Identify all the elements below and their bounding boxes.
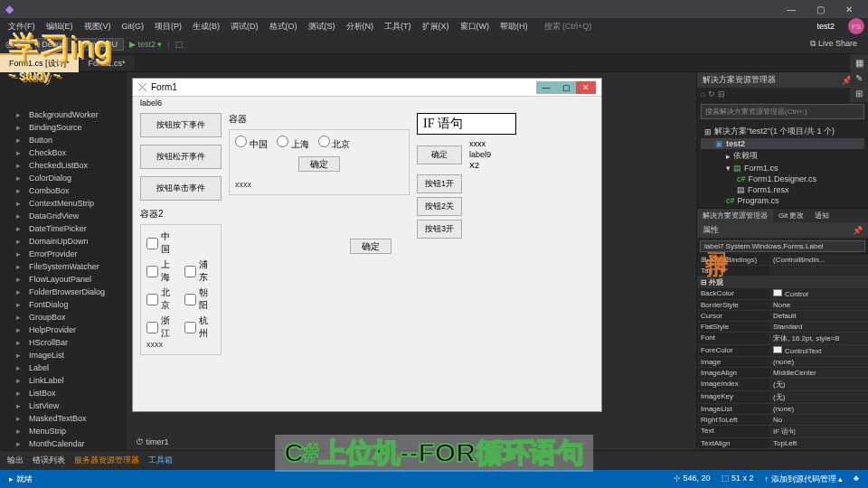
props-row[interactable]: Image(none): [697, 357, 868, 368]
btn1-on[interactable]: 按钮1开: [417, 174, 462, 193]
btn2-off[interactable]: 按钮2关: [417, 197, 462, 216]
toolbox-item[interactable]: ▸LinkLabel: [0, 374, 126, 387]
props-row[interactable]: Font宋体, 16.2pt, style=B: [697, 333, 868, 345]
menu-tools[interactable]: 工具(T): [380, 19, 416, 34]
status-source[interactable]: ↑ 添加到源代码管理 ▴: [765, 474, 844, 485]
btn-mousedown[interactable]: 按钮按下事件: [140, 113, 222, 137]
toolbox-item[interactable]: ▸BindingSource: [0, 121, 126, 134]
btn-click[interactable]: 按钮单击事件: [140, 176, 222, 201]
toolbox-item[interactable]: ▸ContextMenuStrip: [0, 197, 126, 210]
minimize-icon[interactable]: —: [778, 1, 805, 17]
props-row[interactable]: BackColorControl: [697, 288, 868, 300]
props-row[interactable]: CursorDefault: [697, 311, 868, 322]
menu-git[interactable]: Git(G): [118, 20, 149, 33]
toolbox-item[interactable]: ▸ImageList: [0, 349, 126, 361]
project-node[interactable]: ▣test2: [701, 138, 864, 149]
toolbox-item[interactable]: ▸ColorDialog: [0, 172, 126, 184]
platform-select[interactable]: Any CPU: [78, 38, 124, 51]
tab-output[interactable]: 输出: [7, 455, 24, 466]
vtool-icon[interactable]: ✎: [855, 73, 863, 83]
props-row[interactable]: ImageIndex(无): [697, 379, 868, 391]
deps-node[interactable]: ▸依赖项: [701, 149, 864, 163]
menu-project[interactable]: 项目(P): [150, 19, 186, 34]
menu-window[interactable]: 窗口(W): [456, 19, 495, 34]
props-object-select[interactable]: label7 System.Windows.Forms.Label: [700, 240, 865, 252]
config-select[interactable]: Debug: [35, 38, 72, 51]
menu-file[interactable]: 文件(F): [4, 19, 40, 34]
vtool-icon[interactable]: ⊞: [855, 89, 863, 99]
designer-file[interactable]: c#Form1.Designer.cs: [701, 174, 864, 184]
properties-grid[interactable]: label7 System.Windows.Forms.Label ⊞ (Dat…: [697, 238, 868, 450]
menu-build[interactable]: 生成(B): [188, 19, 224, 34]
menu-help[interactable]: 帮助(H): [495, 19, 533, 34]
toolbox-item[interactable]: ▸Button: [0, 134, 126, 146]
status-bell-icon[interactable]: ♣: [854, 474, 859, 485]
toolbox-item[interactable]: ▸CheckBox: [0, 146, 126, 159]
form-node[interactable]: ▾▤Form1.cs: [701, 163, 864, 174]
tab-form-cs[interactable]: Form1.cs*: [80, 56, 136, 70]
close-icon[interactable]: ✕: [835, 1, 863, 17]
menu-extensions[interactable]: 扩展(X): [418, 19, 454, 34]
toolbar-icon[interactable]: ⬚: [175, 40, 184, 49]
toolbox-item[interactable]: ▸ListBox: [0, 387, 126, 399]
toolbox-item[interactable]: ▸ComboBox: [0, 184, 126, 197]
props-row[interactable]: ImageAlignMiddleCenter: [697, 368, 868, 379]
tab-notif[interactable]: 通知: [809, 209, 835, 222]
radio-shanghai[interactable]: 上海: [277, 136, 309, 151]
solution-tree[interactable]: ⊞解决方案"test2"(1 个项目/共 1 个) ▣test2 ▸依赖项 ▾▤…: [697, 123, 868, 208]
props-row[interactable]: ForeColorControlText: [697, 345, 868, 357]
program-file[interactable]: c#Program.cs: [701, 195, 864, 206]
check-pudong[interactable]: 浦东: [184, 258, 215, 284]
maximize-icon[interactable]: ▢: [807, 1, 834, 17]
menu-analyze[interactable]: 分析(N): [342, 19, 379, 34]
props-row[interactable]: ImageKey(无): [697, 391, 868, 404]
radio-china[interactable]: 中国: [235, 136, 268, 151]
toolbox-item[interactable]: ▸FileSystemWatcher: [0, 260, 126, 273]
props-row[interactable]: BorderStyleNone: [697, 300, 868, 311]
tab-form-design[interactable]: Form1.cs [设计]*: [0, 53, 80, 72]
menu-debug[interactable]: 调试(D): [226, 19, 263, 34]
home-icon[interactable]: ⌂: [701, 89, 705, 99]
check-hangzhou[interactable]: 杭州: [184, 314, 215, 340]
collapse-icon[interactable]: ⊟: [718, 89, 725, 99]
solution-root[interactable]: ⊞解决方案"test2"(1 个项目/共 1 个): [701, 125, 864, 138]
check-chaoyang[interactable]: 朝阳: [184, 286, 215, 312]
toolbox-item[interactable]: ▸HScrollBar: [0, 336, 126, 349]
solution-search[interactable]: 搜索解决方案资源管理器(Ctrl+;): [701, 104, 864, 119]
toolbox-item[interactable]: ▸Label: [0, 361, 126, 374]
tab-errors[interactable]: 错误列表: [33, 455, 65, 466]
props-row[interactable]: TextIF 语句: [697, 426, 868, 438]
toolbox-item[interactable]: ▸DataGridView: [0, 210, 126, 222]
search-box[interactable]: 搜索 (Ctrl+Q): [540, 19, 597, 34]
toolbox-item[interactable]: ▸CheckedListBox: [0, 159, 126, 172]
check-china2[interactable]: 中国: [146, 230, 177, 256]
refresh-icon[interactable]: ↻: [708, 89, 715, 99]
menu-format[interactable]: 格式(O): [265, 19, 302, 34]
run-button[interactable]: ▶ test2 ▾: [129, 40, 163, 49]
toolbox-item[interactable]: ▸MaskedTextBox: [0, 412, 126, 425]
toolbox-item[interactable]: ▸DateTimePicker: [0, 222, 126, 235]
props-row[interactable]: ImageList(none): [697, 404, 868, 415]
vtool-icon[interactable]: ▦: [855, 58, 863, 68]
check-zhejiang[interactable]: 浙江: [146, 314, 177, 340]
props-row[interactable]: FlatStyleStandard: [697, 322, 868, 333]
btn-mouseup[interactable]: 按钮松开事件: [140, 145, 222, 169]
timer-component[interactable]: ⏱ timer1: [136, 437, 169, 446]
props-row[interactable]: RightToLeftNo: [697, 415, 868, 426]
toolbox-item[interactable]: ▸BackgroundWorker: [0, 108, 126, 121]
form1-window[interactable]: 🞨 Form1 — ▢ ✕ label6 按钮按下事件 按钮松开事件 按钮单击事…: [132, 78, 602, 412]
nav-fwd-icon[interactable]: ▸: [18, 40, 23, 49]
props-row[interactable]: TextAlignTopLeft: [697, 438, 868, 449]
tab-toolbox[interactable]: 工具箱: [148, 455, 173, 466]
btn-confirm-r[interactable]: 确定: [417, 145, 462, 164]
user-avatar[interactable]: FS: [848, 18, 864, 34]
toolbox-item[interactable]: ▸HelpProvider: [0, 324, 126, 336]
toolbox-item[interactable]: ▸ErrorProvider: [0, 248, 126, 260]
toolbox-item[interactable]: ▸FolderBrowserDialog: [0, 286, 126, 298]
toolbox-item[interactable]: ▸ListView: [0, 399, 126, 412]
toolbox-item[interactable]: ▸MonthCalendar: [0, 437, 126, 450]
nav-back-icon[interactable]: ◎: [5, 40, 13, 49]
props-pin-icon[interactable]: 📌: [853, 226, 863, 235]
menu-test[interactable]: 测试(S): [304, 19, 340, 34]
check-beijing[interactable]: 北京: [146, 286, 177, 312]
